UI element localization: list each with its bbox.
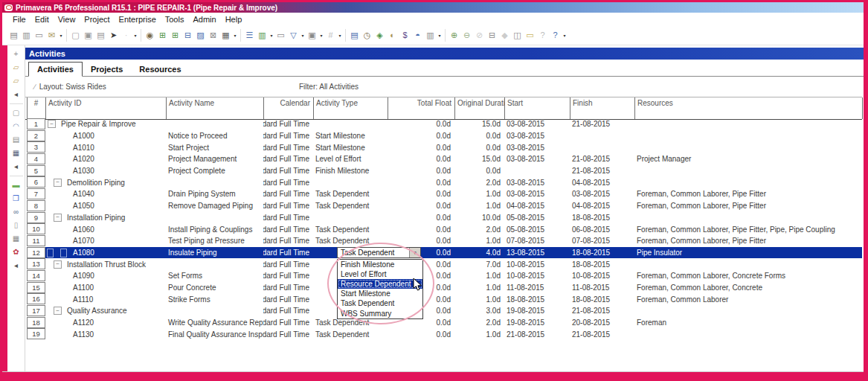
- timescale-icon[interactable]: ◷: [361, 29, 373, 42]
- table-row[interactable]: 7A1040Drain Piping Systemndard Full Time…: [25, 188, 862, 200]
- collapse-left-icon-2[interactable]: ◂: [10, 161, 22, 173]
- dropdown-option-finish-milestone[interactable]: Finish Milestone: [338, 260, 422, 269]
- collapse-box-icon[interactable]: −: [54, 307, 62, 315]
- resource-usage-icon[interactable]: ▨: [194, 29, 207, 42]
- menu-view[interactable]: View: [54, 14, 80, 25]
- folder-search-icon[interactable]: ▱: [10, 75, 22, 87]
- column-header-start[interactable]: Start: [504, 97, 570, 119]
- row-number-cell[interactable]: 7: [27, 188, 45, 199]
- zoom-out-icon[interactable]: ⊖: [460, 29, 473, 42]
- currency-icon[interactable]: $: [399, 29, 411, 42]
- dropdown-option-start-milestone[interactable]: Start Milestone: [338, 289, 422, 298]
- page-setup-icon[interactable]: ▭: [33, 29, 45, 42]
- activity-type-combobox[interactable]: Task Dependent ▼: [337, 247, 421, 258]
- reports-icon[interactable]: ▤: [10, 134, 22, 146]
- row-number-cell[interactable]: 8: [27, 200, 45, 211]
- row-number-cell[interactable]: 12: [27, 247, 45, 258]
- vertical-split-icon[interactable]: ◫: [511, 29, 524, 42]
- row-number-cell[interactable]: 15: [27, 282, 45, 293]
- table-row[interactable]: 1−Pipe Repair & Improvendard Full Time0.…: [25, 118, 862, 130]
- tab-activities[interactable]: Activities: [28, 62, 83, 77]
- row-number-cell[interactable]: 10: [27, 223, 45, 234]
- row-number-cell[interactable]: 3: [27, 141, 45, 153]
- layout-icon[interactable]: ▣: [306, 29, 318, 42]
- link-icon[interactable]: ⊠: [207, 29, 219, 42]
- row-number-cell[interactable]: 19: [27, 328, 45, 339]
- dropdown-caret[interactable]: ▾: [337, 33, 343, 38]
- activities-cubes-icon[interactable]: ❒: [10, 193, 22, 205]
- table-row[interactable]: 19A1130Final Quality Assurance Inspectio…: [25, 328, 862, 340]
- row-number-cell[interactable]: 16: [27, 293, 45, 304]
- folder-open-icon[interactable]: ▱: [10, 62, 22, 74]
- row-number-cell[interactable]: 17: [27, 305, 45, 316]
- row-number-cell[interactable]: 6: [27, 176, 45, 188]
- whats-this-icon[interactable]: ?: [549, 29, 562, 42]
- layout-options-icon[interactable]: ∕: [34, 83, 36, 91]
- collapse-box-icon[interactable]: −: [54, 214, 62, 222]
- row-number-cell[interactable]: 11: [27, 235, 45, 246]
- table-row[interactable]: 15A1100Pour Concretendard Full Time0.0d1…: [25, 282, 862, 294]
- dropdown-option-resource-dependent[interactable]: Resource Dependent: [338, 279, 422, 289]
- column-header-finish[interactable]: Finish: [570, 97, 634, 119]
- table-row[interactable]: 5A1030Project Completendard Full TimeFin…: [25, 165, 862, 177]
- menu-project[interactable]: Project: [80, 14, 114, 25]
- dropdown-caret[interactable]: ▾: [58, 33, 64, 38]
- tracking-icon[interactable]: ▦: [10, 147, 22, 159]
- add-icon[interactable]: +: [10, 48, 22, 60]
- print-preview-icon[interactable]: ▥: [20, 29, 33, 42]
- table-row[interactable]: 12A1080Insulate Pipingndard Full Time0.0…: [25, 247, 862, 259]
- table-row[interactable]: 8A1050Remove Damaged Pipingndard Full Ti…: [25, 200, 862, 212]
- disabled-icon[interactable]: ·: [120, 29, 132, 42]
- resources-icon[interactable]: ◠: [10, 121, 22, 132]
- copy-activity-icon[interactable]: ⊞: [169, 29, 181, 42]
- collapse-left-icon[interactable]: ◂: [10, 89, 22, 100]
- relationships-icon[interactable]: ◈: [373, 29, 386, 42]
- row-number-cell[interactable]: 4: [27, 153, 45, 164]
- progress-icon[interactable]: ◐: [386, 29, 399, 42]
- table-row[interactable]: 4A1020Project Managementndard Full TimeL…: [25, 153, 862, 165]
- row-number-cell[interactable]: 14: [27, 270, 45, 281]
- row-number-cell[interactable]: 5: [27, 165, 45, 176]
- zoom-100-icon[interactable]: ⊘: [473, 29, 486, 42]
- expenses-icon[interactable]: ▦: [10, 233, 22, 245]
- dropdown-caret[interactable]: ▾: [318, 33, 324, 38]
- dropdown-caret[interactable]: ▾: [269, 33, 274, 38]
- dropdown-option-wbs-summary[interactable]: WBS Summary: [338, 308, 422, 318]
- pointer-icon[interactable]: ➤: [107, 29, 120, 42]
- dropdown-caret[interactable]: ▾: [232, 33, 238, 38]
- table-row[interactable]: 14A1090Set Formsndard Full Time0.0d1.0d1…: [25, 270, 862, 282]
- zoom-in-icon[interactable]: ⊕: [448, 29, 460, 42]
- publish-icon[interactable]: ✉: [45, 29, 58, 42]
- add-activity-icon[interactable]: ⊞: [156, 29, 169, 42]
- number-icon[interactable]: #: [324, 29, 337, 42]
- row-number-cell[interactable]: 9: [27, 212, 45, 223]
- row-number-cell[interactable]: 18: [27, 317, 45, 328]
- printer-icon[interactable]: ▤: [7, 29, 20, 42]
- menu-file[interactable]: File: [8, 14, 30, 25]
- table-row[interactable]: 9−Installation Pipingndard Full Time0.0d…: [25, 212, 862, 224]
- row-number-cell[interactable]: 1: [27, 118, 45, 129]
- column-header-float[interactable]: Total Float: [388, 97, 454, 119]
- row-number-cell[interactable]: 13: [27, 258, 45, 269]
- row-height-icon[interactable]: ▭: [274, 29, 287, 42]
- table-row[interactable]: 6−Demolition Pipingndard Full Time0.0d2.…: [25, 176, 862, 188]
- collapse-box-icon[interactable]: −: [48, 120, 56, 128]
- dropdown-caret[interactable]: ▾: [300, 33, 306, 38]
- menu-tools[interactable]: Tools: [161, 14, 189, 25]
- collapse-box-icon[interactable]: −: [54, 260, 62, 269]
- documents-icon[interactable]: ▯: [10, 220, 22, 231]
- menu-admin[interactable]: Admin: [188, 14, 220, 25]
- thresholds-icon[interactable]: ✿: [10, 246, 22, 258]
- collapse-left-icon-3[interactable]: ◂: [10, 260, 22, 272]
- menu-edit[interactable]: Edit: [30, 14, 54, 25]
- table-row[interactable]: 17−Quality Assurancendard Full Time0.0d3…: [25, 305, 862, 317]
- assign-resource-icon[interactable]: ◓: [411, 29, 424, 42]
- menu-help[interactable]: Help: [221, 14, 247, 25]
- table-row[interactable]: 18A1120Write Quality Assurance Reportnda…: [25, 317, 862, 329]
- tab-projects[interactable]: Projects: [83, 63, 131, 76]
- row-number-cell[interactable]: 2: [27, 130, 45, 141]
- column-header-res[interactable]: Resources: [634, 97, 862, 119]
- wbs-icon[interactable]: ▬: [10, 179, 22, 191]
- dropdown-option-level-of-effort[interactable]: Level of Effort: [338, 269, 422, 279]
- horizontal-split-icon[interactable]: ⊟: [486, 29, 498, 42]
